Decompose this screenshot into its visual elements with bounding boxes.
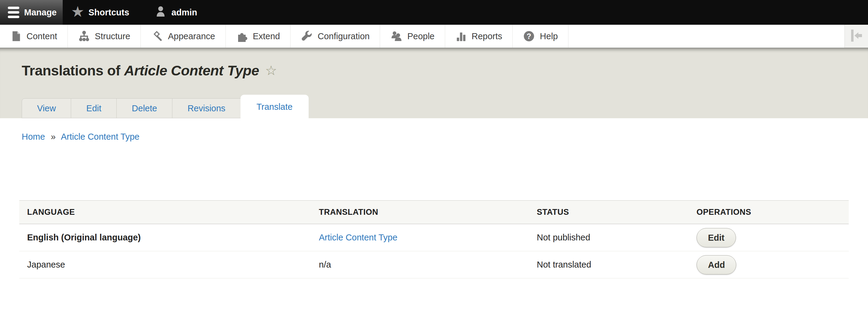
page-title-entity: Article Content Type — [124, 62, 259, 79]
translations-table: LANGUAGE TRANSLATION STATUS OPERATIONS E… — [19, 200, 849, 278]
tab-edit[interactable]: Edit — [71, 98, 117, 118]
column-header-translation: TRANSLATION — [311, 201, 529, 224]
structure-icon — [78, 30, 90, 42]
column-header-status: STATUS — [529, 201, 689, 224]
toolbar-item-extend[interactable]: Extend — [226, 25, 290, 48]
status-cell: Not published — [529, 224, 689, 251]
hamburger-icon — [8, 7, 19, 18]
column-header-language: LANGUAGE — [19, 201, 311, 224]
toolbar-orientation-toggle[interactable] — [844, 25, 868, 48]
status-cell: Not translated — [529, 251, 689, 278]
admin-toolbar-bar: Manage ★ Shortcuts admin — [0, 0, 868, 25]
operations-cell: Add — [689, 251, 849, 278]
collapse-left-icon — [850, 29, 863, 43]
toolbar-item-appearance[interactable]: Appearance — [141, 25, 225, 48]
breadcrumb-current-link[interactable]: Article Content Type — [61, 132, 140, 142]
page-header: Translations of Article Content Type ☆ V… — [0, 48, 868, 118]
toolbar-item-label: Help — [540, 31, 558, 41]
table-row: English (Original language) Article Cont… — [19, 224, 849, 251]
add-button[interactable]: Add — [696, 255, 736, 274]
configuration-icon — [301, 30, 313, 42]
svg-text:?: ? — [527, 32, 531, 40]
shortcuts-menu-item[interactable]: ★ Shortcuts — [63, 0, 138, 25]
user-icon — [155, 5, 167, 20]
tab-delete[interactable]: Delete — [116, 98, 173, 118]
toolbar-item-label: Extend — [253, 31, 280, 41]
user-menu-item[interactable]: admin — [146, 0, 206, 25]
toolbar-item-label: Reports — [472, 31, 502, 41]
people-icon — [390, 30, 402, 42]
page-title: Translations of Article Content Type ☆ — [22, 62, 277, 79]
toolbar-item-help[interactable]: ? Help — [513, 25, 568, 48]
breadcrumb-home-link[interactable]: Home — [22, 132, 45, 142]
admin-toolbar-tray: Content Structure Appearance Extend Conf… — [0, 25, 868, 48]
translation-cell: n/a — [311, 251, 529, 278]
tab-translate[interactable]: Translate — [241, 95, 309, 118]
toolbar-item-label: Content — [27, 31, 57, 41]
favorite-star-icon[interactable]: ☆ — [265, 64, 277, 77]
table-row: Japanese n/a Not translated Add — [19, 251, 849, 278]
star-icon: ★ — [72, 5, 84, 19]
tab-revisions[interactable]: Revisions — [172, 98, 241, 118]
toolbar-item-label: Configuration — [318, 31, 370, 41]
shortcuts-label: Shortcuts — [88, 7, 129, 18]
breadcrumb: Home » Article Content Type — [0, 118, 868, 142]
toolbar-item-configuration[interactable]: Configuration — [290, 25, 380, 48]
toolbar-item-label: Structure — [95, 31, 130, 41]
breadcrumb-separator: » — [51, 132, 56, 142]
toolbar-item-structure[interactable]: Structure — [68, 25, 141, 48]
help-icon: ? — [523, 30, 535, 42]
translation-cell: Article Content Type — [311, 224, 529, 251]
toolbar-item-people[interactable]: People — [380, 25, 445, 48]
toolbar-item-label: People — [407, 31, 434, 41]
primary-tabs: View Edit Delete Revisions Translate — [22, 95, 309, 118]
username-label: admin — [172, 7, 197, 18]
manage-label: Manage — [24, 7, 57, 18]
translations-table-wrap: LANGUAGE TRANSLATION STATUS OPERATIONS E… — [19, 200, 849, 278]
page-title-prefix: Translations of — [22, 62, 120, 79]
appearance-icon — [151, 30, 163, 42]
toolbar-item-reports[interactable]: Reports — [445, 25, 513, 48]
translation-link[interactable]: Article Content Type — [319, 233, 398, 242]
operations-cell: Edit — [689, 224, 849, 251]
table-header-row: LANGUAGE TRANSLATION STATUS OPERATIONS — [19, 201, 849, 224]
toolbar-item-content[interactable]: Content — [0, 25, 68, 48]
edit-button[interactable]: Edit — [696, 228, 736, 247]
tab-view[interactable]: View — [22, 98, 71, 118]
language-cell: Japanese — [19, 251, 311, 278]
column-header-operations: OPERATIONS — [689, 201, 849, 224]
toolbar-item-label: Appearance — [168, 31, 215, 41]
language-cell: English (Original language) — [19, 224, 311, 251]
content-icon — [10, 30, 22, 42]
extend-icon — [236, 30, 248, 42]
main-content: Home » Article Content Type LANGUAGE TRA… — [0, 118, 868, 330]
reports-icon — [456, 30, 467, 42]
manage-menu-item[interactable]: Manage — [0, 0, 63, 25]
